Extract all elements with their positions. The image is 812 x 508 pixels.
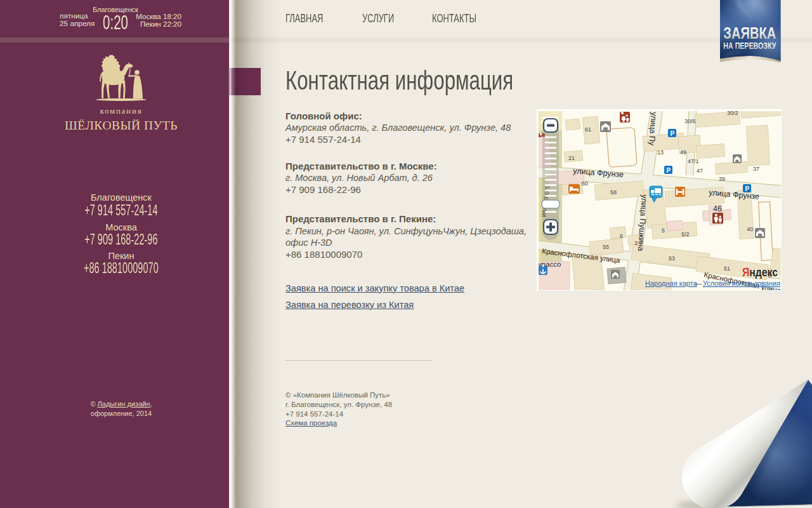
svg-text:P: P <box>667 167 671 174</box>
svg-text:47: 47 <box>697 168 703 174</box>
svg-text:30/6: 30/6 <box>684 118 696 124</box>
svg-text:51: 51 <box>724 265 730 272</box>
svg-text:5/2: 5/2 <box>681 231 690 237</box>
svg-text:P: P <box>745 185 750 192</box>
svg-text:—: — <box>695 279 702 287</box>
svg-text:49: 49 <box>680 149 686 156</box>
svg-text:60: 60 <box>582 180 588 187</box>
svg-text:Условия использования: Условия использования <box>703 279 780 287</box>
svg-text:55: 55 <box>603 244 609 250</box>
svg-text:НА ПЕРЕВОЗКУ: НА ПЕРЕВОЗКУ <box>723 41 776 51</box>
svg-text:47/1: 47/1 <box>688 158 699 164</box>
svg-text:21: 21 <box>568 155 575 161</box>
svg-text:53: 53 <box>669 255 675 262</box>
svg-text:ЗАЯВКА: ЗАЯВКА <box>723 24 776 43</box>
svg-text:39: 39 <box>719 176 725 182</box>
svg-text:37: 37 <box>753 166 759 172</box>
svg-text:58: 58 <box>610 189 617 196</box>
svg-text:P: P <box>671 130 675 137</box>
svg-text:6: 6 <box>620 233 623 239</box>
svg-text:46: 46 <box>713 204 722 213</box>
svg-text:13: 13 <box>657 149 664 156</box>
svg-text:40: 40 <box>747 226 753 232</box>
svg-text:Народная карта: Народная карта <box>645 279 698 287</box>
svg-text:5: 5 <box>662 227 665 234</box>
svg-text:Яндекс: Яндекс <box>742 265 778 279</box>
svg-text:61: 61 <box>585 126 591 133</box>
